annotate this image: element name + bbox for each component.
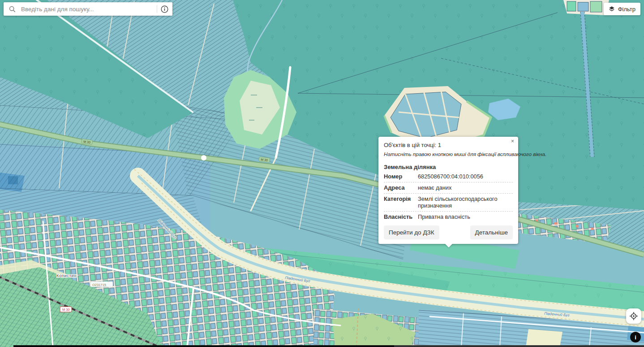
- details-button[interactable]: Детальніше: [470, 226, 513, 239]
- search-divider: [157, 5, 157, 13]
- popup-buttons: Перейти до ДЗК Детальніше: [384, 226, 513, 239]
- app-root: М 30 М 30 М 30 Південний Буг Південний Б…: [0, 0, 644, 347]
- search-info-icon[interactable]: [161, 5, 168, 13]
- parcel-ownership-value: Приватна власність: [418, 213, 513, 220]
- popup-section-title: Земельна ділянка: [384, 164, 513, 170]
- parcel-address-value: немає даних: [418, 184, 513, 191]
- field-row-number: Номер 6825086700:04:010:0056: [384, 171, 513, 182]
- field-row-address: Адреса немає даних: [384, 182, 513, 194]
- field-row-category: Категорія Землі сільськогосподарського п…: [384, 194, 513, 212]
- map-canvas[interactable]: М 30 М 30 М 30 Південний Буг Південний Б…: [0, 0, 644, 347]
- filter-button[interactable]: Фільтр: [604, 3, 640, 15]
- parcel-number-value: 6825086700:04:010:0056: [418, 173, 513, 180]
- filter-button-label: Фільтр: [618, 6, 635, 13]
- attribution-i: i: [635, 334, 636, 341]
- parcel-category-value: Землі сільськогосподарського призначення: [418, 195, 513, 209]
- search-icon: [9, 6, 16, 13]
- popup-hint: Натисніть правою кнопкою миші для фіксац…: [384, 151, 513, 157]
- road-ref-label: О231715: [90, 282, 113, 287]
- highway-shield: М 30: [60, 307, 72, 312]
- bottom-strip-left: [13, 345, 394, 347]
- layers-diamond-icon: [609, 6, 615, 12]
- village-label: Копистин: [56, 273, 77, 278]
- search-bar: [4, 2, 172, 16]
- locate-button[interactable]: [626, 308, 641, 324]
- svg-text:О231715: О231715: [92, 283, 106, 287]
- popup-title: Об'єктів в цій точці: 1: [384, 142, 513, 148]
- goto-dzk-button[interactable]: Перейти до ДЗК: [384, 226, 439, 239]
- search-input[interactable]: [20, 5, 153, 13]
- parcel-popup: × Об'єктів в цій точці: 1 Натисніть прав…: [378, 137, 518, 244]
- close-icon[interactable]: ×: [511, 139, 514, 144]
- field-row-ownership: Власність Приватна власність: [384, 212, 513, 222]
- crosshair-target-icon: [629, 312, 638, 321]
- svg-text:М 30: М 30: [62, 308, 70, 312]
- bottom-strip-right: [394, 345, 644, 347]
- attribution-toggle[interactable]: i: [630, 332, 641, 343]
- popup-tail: [445, 243, 453, 247]
